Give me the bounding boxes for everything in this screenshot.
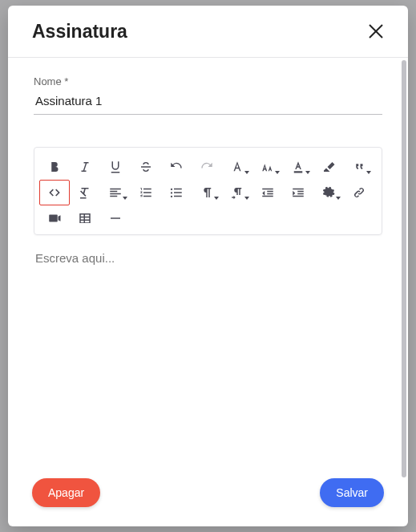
name-input[interactable] <box>34 91 382 115</box>
more-options-button[interactable] <box>313 180 344 205</box>
scrollbar-thumb[interactable] <box>402 60 406 477</box>
paragraph-button[interactable] <box>192 180 222 205</box>
code-button[interactable] <box>39 180 70 205</box>
text-color-icon <box>291 160 305 174</box>
hr-button[interactable] <box>100 205 131 231</box>
font-size-icon <box>261 160 275 174</box>
modal-body: Nome * <box>8 58 408 464</box>
underline-button[interactable] <box>100 154 131 180</box>
font-size-button[interactable] <box>252 154 283 180</box>
clear-format-icon <box>78 185 92 200</box>
font-family-icon <box>230 160 244 174</box>
close-button[interactable] <box>365 20 387 43</box>
italic-icon <box>78 160 92 174</box>
modal-backdrop: Assinatura Nome * <box>0 0 416 532</box>
redo-icon <box>200 160 214 174</box>
undo-icon <box>169 160 184 174</box>
table-icon <box>78 211 92 225</box>
highlight-button[interactable] <box>313 154 344 180</box>
link-icon <box>352 185 366 200</box>
delete-button[interactable]: Apagar <box>32 478 100 507</box>
quote-icon <box>352 160 366 174</box>
indent-icon <box>291 185 305 200</box>
align-button[interactable] <box>100 180 131 205</box>
ordered-list-button[interactable] <box>131 180 161 205</box>
strike-button[interactable] <box>131 154 161 180</box>
text-color-button[interactable] <box>283 154 313 180</box>
modal-title: Assinatura <box>32 21 127 43</box>
outdent-icon <box>261 185 275 200</box>
italic-button[interactable] <box>70 154 100 180</box>
modal-header: Assinatura <box>8 6 408 58</box>
unordered-list-icon <box>169 185 184 200</box>
align-icon <box>108 185 123 200</box>
outdent-button[interactable] <box>252 180 283 205</box>
video-icon <box>47 211 62 225</box>
toolbar-row-1 <box>39 154 377 180</box>
table-button[interactable] <box>70 205 100 231</box>
hr-icon <box>108 211 123 225</box>
link-button[interactable] <box>344 180 374 205</box>
indent-button[interactable] <box>283 180 313 205</box>
close-icon <box>366 22 386 41</box>
highlight-icon <box>321 160 336 174</box>
save-button[interactable]: Salvar <box>320 478 384 507</box>
code-icon <box>47 185 62 200</box>
quote-button[interactable] <box>344 154 374 180</box>
toolbar-row-3 <box>39 205 377 231</box>
clear-format-button[interactable] <box>70 180 100 205</box>
paragraph-dir-button[interactable] <box>222 180 252 205</box>
undo-button[interactable] <box>161 154 192 180</box>
signature-modal: Assinatura Nome * <box>8 6 408 526</box>
toolbar-row-2 <box>39 180 377 205</box>
name-label: Nome * <box>34 75 382 87</box>
strike-icon <box>139 160 153 174</box>
gear-icon <box>321 185 336 200</box>
editor-content[interactable] <box>34 250 382 458</box>
paragraph-dir-icon <box>230 185 244 200</box>
bold-icon <box>47 160 62 174</box>
redo-button[interactable] <box>192 154 222 180</box>
bold-button[interactable] <box>39 154 70 180</box>
modal-footer: Apagar Salvar <box>8 464 408 526</box>
font-family-button[interactable] <box>222 154 252 180</box>
underline-icon <box>108 160 123 174</box>
unordered-list-button[interactable] <box>161 180 192 205</box>
editor-toolbar <box>34 147 382 235</box>
paragraph-icon <box>200 185 214 200</box>
video-button[interactable] <box>39 205 70 231</box>
ordered-list-icon <box>139 185 153 200</box>
